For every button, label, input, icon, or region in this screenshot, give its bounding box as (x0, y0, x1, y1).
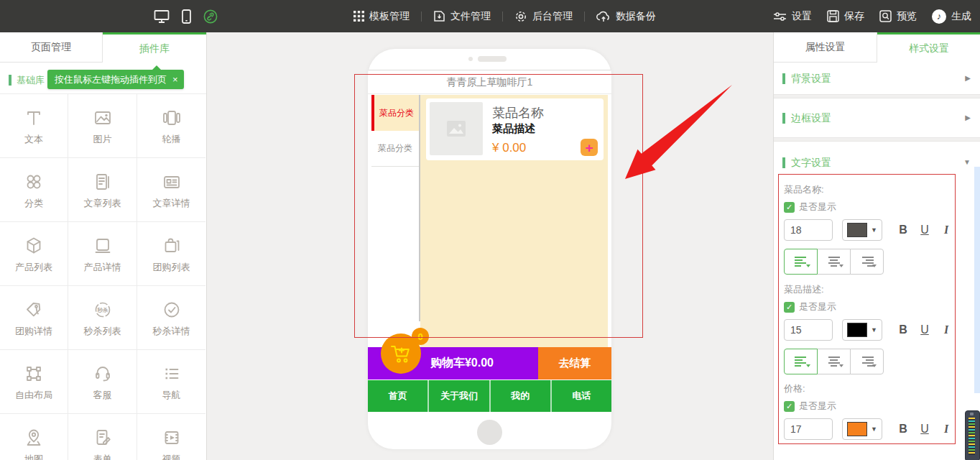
action-label: 预览 (897, 10, 917, 23)
align-right-button[interactable] (850, 349, 884, 374)
phone-preview[interactable]: 青青原上草咖啡厅1 菜品分类 菜品分类 菜品名称 菜品描述 ¥ 0.00 + (368, 49, 611, 449)
article-detail-icon (161, 170, 182, 193)
underline-button[interactable]: U (920, 224, 930, 236)
category-item[interactable]: 菜品分类 (371, 131, 419, 167)
plugin-video[interactable]: 视频 (137, 414, 205, 460)
plugin-image[interactable]: 图片 (68, 94, 137, 158)
expand-arrow-icon[interactable]: ▶ (965, 114, 971, 121)
show-checkbox[interactable]: ✓ (784, 401, 795, 412)
tooltip-text: 按住鼠标左键拖动插件到页 (55, 73, 167, 86)
expand-arrow-icon[interactable]: ▶ (965, 74, 971, 82)
tab-page-manage[interactable]: 页面管理 (0, 32, 103, 63)
bold-button[interactable]: B (898, 323, 908, 336)
menu-file-manage[interactable]: 文件管理 (433, 10, 491, 23)
section-text-settings[interactable]: 文字设置 ▼ (774, 142, 980, 174)
dish-name: 菜品名称 (492, 104, 544, 121)
gear-icon (514, 10, 527, 23)
left-panel: 页面管理 插件库 基础库 文本 图片 轮播 分类 (0, 32, 207, 460)
plugin-form[interactable]: 表单 (68, 414, 137, 460)
checkout-button[interactable]: 去结算 (538, 347, 611, 380)
plugin-text[interactable]: 文本 (0, 94, 68, 158)
nav-list-icon (161, 362, 182, 385)
plugin-category[interactable]: 分类 (0, 158, 68, 222)
show-label: 是否显示 (799, 300, 836, 313)
plugin-flashsale-list[interactable]: 秒杀 秒杀列表 (68, 286, 137, 350)
collapse-arrow-icon[interactable]: ▼ (963, 158, 971, 166)
preview-button[interactable]: 预览 (879, 10, 917, 23)
color-dropdown[interactable]: ▼ (842, 319, 882, 341)
cloud-upload-icon (596, 10, 611, 22)
plugin-free-layout[interactable]: 自由布局 (0, 350, 68, 414)
category-item-active[interactable]: 菜品分类 (371, 95, 419, 131)
layout-frame-icon (23, 362, 45, 385)
underline-button[interactable]: U (920, 423, 930, 436)
widget-stripes (969, 418, 975, 455)
tab-label: 属性设置 (805, 41, 846, 54)
italic-button[interactable]: I (941, 224, 951, 236)
add-dish-button[interactable]: + (581, 139, 598, 156)
italic-button[interactable]: I (941, 323, 951, 336)
phone-home-button (477, 420, 502, 445)
plugin-groupbuy-detail[interactable]: 团购详情 (0, 286, 68, 350)
price-tag-icon (23, 298, 45, 321)
device-switch-group (154, 0, 218, 32)
menu-data-backup[interactable]: 数据备份 (596, 10, 656, 23)
plugin-carousel[interactable]: 轮播 (137, 94, 205, 158)
tooltip-close-icon[interactable]: × (172, 74, 178, 85)
align-right-icon (861, 356, 874, 367)
plugin-flashsale-detail[interactable]: 秒杀详情 (137, 286, 205, 350)
plugin-article-detail[interactable]: 文章详情 (137, 158, 205, 222)
plus-icon: + (585, 141, 593, 155)
text-icon (23, 106, 45, 129)
font-size-input[interactable] (784, 418, 833, 440)
dish-card[interactable]: 菜品名称 菜品描述 ¥ 0.00 + (426, 98, 604, 160)
align-left-button[interactable] (784, 349, 818, 374)
plugin-product-detail[interactable]: 产品详情 (68, 222, 137, 286)
plugin-customer-service[interactable]: 客服 (68, 350, 137, 414)
dish-price: ¥ 0.00 (492, 141, 526, 155)
mini-scroll-widget[interactable] (965, 410, 980, 460)
category-icon (23, 170, 45, 193)
generate-button[interactable]: ♪ 生成 (932, 9, 971, 24)
section-border-settings[interactable]: 边框设置 ▶ (774, 98, 980, 137)
plugin-grid: 文本 图片 轮播 分类 文章列表 文章详情 (0, 93, 206, 460)
bold-button[interactable]: B (898, 423, 908, 436)
align-center-button[interactable] (817, 349, 851, 374)
nav-about[interactable]: 关于我们 (427, 380, 489, 412)
font-size-input[interactable] (784, 319, 833, 341)
mobile-icon[interactable] (182, 9, 191, 24)
tab-plugin-library[interactable]: 插件库 (103, 32, 206, 63)
menu-backend-manage[interactable]: 后台管理 (514, 10, 573, 23)
show-checkbox[interactable]: ✓ (784, 202, 795, 213)
text-group-price: 价格: ✓ 是否显示 ▼ B U I (784, 382, 968, 440)
italic-button[interactable]: I (941, 423, 951, 436)
nav-phone[interactable]: 电话 (550, 380, 611, 412)
link-icon[interactable] (203, 9, 218, 24)
font-size-input[interactable] (784, 219, 833, 241)
nav-home[interactable]: 首页 (368, 380, 427, 412)
nav-mine[interactable]: 我的 (489, 380, 550, 412)
plugin-navigation[interactable]: 导航 (137, 350, 205, 414)
settings-button[interactable]: 设置 (773, 10, 812, 23)
panel-scrollbar-track[interactable] (974, 167, 980, 393)
cart-total-label: 购物车¥0.00 (408, 356, 516, 371)
tab-style-settings[interactable]: 样式设置 (877, 32, 980, 63)
menu-template-manage[interactable]: 模板管理 (353, 10, 410, 23)
section-background-settings[interactable]: 背景设置 ▶ (774, 63, 980, 94)
plugin-map[interactable]: 地图 (0, 414, 68, 460)
align-center-button[interactable] (817, 249, 851, 275)
bold-button[interactable]: B (898, 224, 908, 236)
align-right-button[interactable] (850, 249, 884, 275)
show-checkbox[interactable]: ✓ (784, 302, 795, 313)
desktop-icon[interactable] (154, 9, 170, 24)
align-left-button[interactable] (784, 249, 818, 275)
save-button[interactable]: 保存 (827, 10, 864, 23)
color-dropdown[interactable]: ▼ (842, 219, 882, 241)
plugin-groupbuy-list[interactable]: 团购列表 (137, 222, 205, 286)
color-dropdown[interactable]: ▼ (842, 418, 882, 440)
tab-label: 页面管理 (31, 41, 71, 54)
tab-attribute-settings[interactable]: 属性设置 (774, 32, 877, 63)
plugin-article-list[interactable]: 文章列表 (68, 158, 137, 222)
underline-button[interactable]: U (920, 323, 930, 336)
plugin-product-list[interactable]: 产品列表 (0, 222, 68, 286)
